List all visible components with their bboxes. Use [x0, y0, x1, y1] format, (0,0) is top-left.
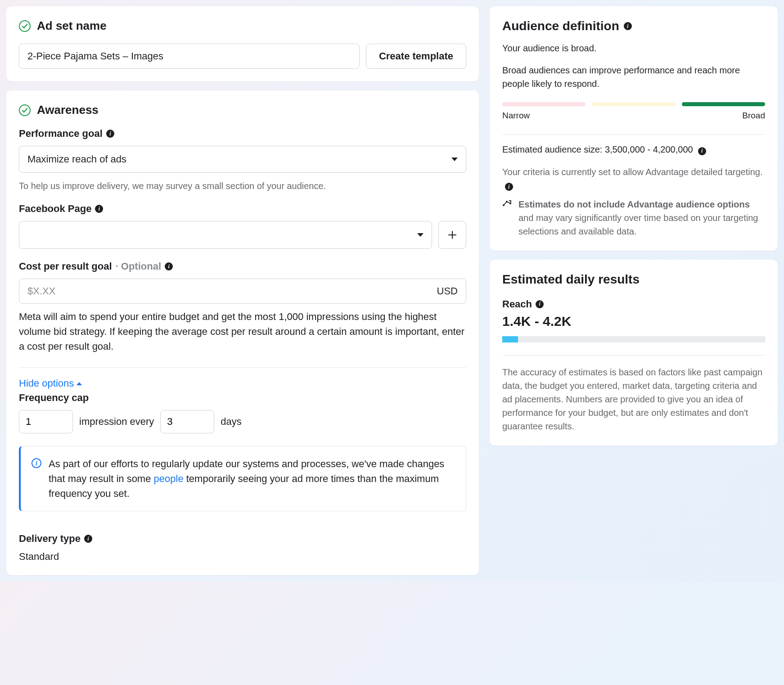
daily-results-heading: Estimated daily results: [502, 272, 640, 287]
divider: [19, 367, 466, 368]
performance-goal-select[interactable]: Maximize reach of ads: [19, 146, 466, 173]
estimate-note-bold: Estimates do not include Advantage audie…: [518, 199, 750, 209]
gauge-segment-broad: [682, 102, 765, 106]
people-link[interactable]: people: [154, 473, 184, 484]
cost-per-result-input-wrap: USD: [19, 279, 466, 304]
gauge-broad-label: Broad: [742, 111, 765, 121]
est-size-label: Estimated audience size:: [502, 144, 602, 154]
adset-name-input[interactable]: [19, 44, 360, 69]
optional-label: · Optional: [116, 261, 161, 272]
check-circle-icon: [19, 20, 31, 32]
create-template-button[interactable]: Create template: [366, 44, 466, 69]
info-icon[interactable]: i: [95, 205, 103, 213]
audience-broad-desc: Broad audiences can improve performance …: [502, 63, 765, 90]
adset-name-card: Ad set name Create template: [6, 6, 479, 81]
performance-goal-help: To help us improve delivery, we may surv…: [19, 181, 466, 191]
chevron-down-icon: [451, 158, 458, 161]
currency-label: USD: [437, 285, 458, 297]
audience-gauge: [502, 102, 765, 106]
info-icon[interactable]: i: [84, 535, 92, 543]
divider: [502, 134, 765, 135]
divider: [502, 355, 765, 356]
cost-per-result-label: Cost per result goal: [19, 261, 112, 272]
performance-goal-label: Performance goal: [19, 128, 103, 140]
awareness-card: Awareness Performance goal i Maximize re…: [6, 90, 479, 575]
est-size-value: 3,500,000 - 4,200,000: [605, 144, 693, 154]
estimated-daily-results-card: Estimated daily results Reach i 1.4K - 4…: [490, 260, 778, 446]
daily-disclaimer: The accuracy of estimates is based on fa…: [502, 365, 765, 433]
criteria-note: Your criteria is currently set to allow …: [502, 167, 762, 177]
info-icon[interactable]: i: [165, 262, 173, 270]
delivery-type-label: Delivery type: [19, 533, 81, 545]
chevron-down-icon: [417, 233, 424, 237]
frequency-cap-label: Frequency cap: [19, 392, 466, 404]
banner-text: As part of our efforts to regularly upda…: [49, 456, 455, 501]
estimate-note-rest: and may vary significantly over time bas…: [518, 213, 758, 236]
trend-icon: [502, 199, 512, 207]
frequency-impressions-input[interactable]: [19, 410, 73, 433]
delivery-type-value: Standard: [19, 551, 466, 563]
gauge-segment-mid: [592, 102, 675, 106]
awareness-heading: Awareness: [37, 103, 99, 117]
gauge-narrow-label: Narrow: [502, 111, 530, 121]
reach-label: Reach: [502, 298, 532, 310]
info-icon[interactable]: i: [624, 22, 632, 30]
info-icon[interactable]: i: [698, 147, 706, 155]
gauge-segment-narrow: [502, 102, 586, 106]
info-icon[interactable]: i: [106, 130, 114, 138]
audience-definition-heading: Audience definition: [502, 19, 619, 33]
info-icon[interactable]: i: [536, 300, 544, 308]
reach-value: 1.4K - 4.2K: [502, 314, 765, 329]
hide-options-toggle[interactable]: Hide options: [19, 378, 82, 389]
audience-definition-card: Audience definition i Your audience is b…: [490, 6, 778, 251]
reach-bar: [502, 336, 765, 342]
audience-broad-line: Your audience is broad.: [502, 43, 765, 54]
frequency-info-banner: i As part of our efforts to regularly up…: [19, 446, 466, 511]
frequency-days-input[interactable]: [160, 410, 214, 433]
reach-bar-fill: [502, 336, 518, 342]
frequency-middle-text: impression every: [79, 416, 154, 428]
info-icon: i: [32, 458, 41, 468]
facebook-page-label: Facebook Page: [19, 203, 91, 215]
facebook-page-select[interactable]: [19, 221, 432, 249]
plus-icon: [447, 230, 457, 240]
info-icon[interactable]: i: [505, 183, 513, 191]
frequency-days-label: days: [221, 416, 241, 428]
cost-per-result-input[interactable]: [27, 285, 437, 297]
add-page-button[interactable]: [438, 221, 466, 249]
cost-help-text: Meta will aim to spend your entire budge…: [19, 309, 466, 354]
adset-name-heading: Ad set name: [37, 19, 107, 33]
chevron-up-icon: [77, 382, 82, 385]
check-circle-icon: [19, 104, 31, 116]
